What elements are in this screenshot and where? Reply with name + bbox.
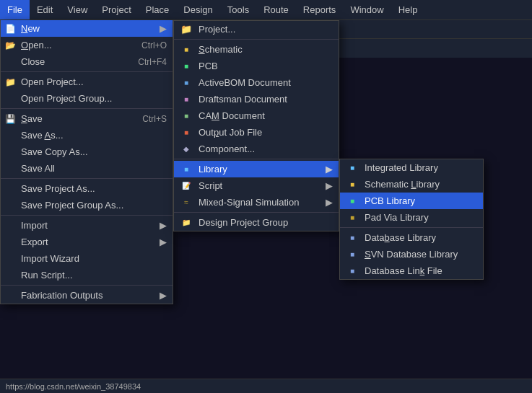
- new-sub-design-project-group[interactable]: 📁 Design Project Group: [174, 214, 339, 231]
- new-sub-mixed-signal[interactable]: ≈ Mixed-Signal Simulation ▶: [174, 194, 339, 211]
- new-submenu: 📁 Project... ■ Schematic ■ PCB ■ ActiveB…: [173, 20, 339, 231]
- menu-item-save[interactable]: 💾 Save Ctrl+S: [1, 110, 173, 127]
- pcb-lib-icon: ■: [344, 195, 360, 207]
- new-sub-output-job[interactable]: ■ Output Job File: [174, 124, 339, 141]
- draftsman-icon: ■: [178, 94, 194, 105]
- lib-svn-database[interactable]: ■ SVN Database Library: [340, 246, 483, 262]
- menu-item-close[interactable]: Close Ctrl+F4: [1, 53, 173, 70]
- component-icon: ◆: [178, 143, 194, 155]
- new-sub-project[interactable]: 📁 Project...: [174, 21, 339, 37]
- menu-view[interactable]: View: [60, 0, 95, 19]
- lib-pcb[interactable]: ■ PCB Library: [340, 193, 483, 209]
- new-sep-1: [174, 39, 339, 40]
- lib-sep: [340, 227, 483, 228]
- separator-1: [1, 71, 173, 72]
- statusbar: https://blog.csdn.net/weixin_38749834: [0, 379, 532, 393]
- menu-reports[interactable]: Reports: [296, 0, 344, 19]
- open-icon: 📂: [5, 40, 16, 50]
- library-submenu: ■ Integrated Library ■ Schematic Library…: [339, 159, 484, 280]
- separator-2: [1, 108, 173, 109]
- script-arrow: ▶: [326, 180, 333, 191]
- new-sub-cam[interactable]: ■ CAM Document: [174, 107, 339, 124]
- menu-place[interactable]: Place: [139, 0, 177, 19]
- new-sub-schematic[interactable]: ■ Schematic: [174, 41, 339, 58]
- separator-3: [1, 178, 173, 179]
- menubar: File Edit View Project Place Design Tool…: [0, 0, 532, 20]
- mixed-signal-icon: ≈: [178, 197, 194, 208]
- save-icon: 💾: [5, 114, 16, 124]
- menu-project[interactable]: Project: [95, 0, 138, 19]
- menu-item-save-as[interactable]: Save As...: [1, 127, 173, 143]
- menu-item-import[interactable]: Import ▶: [1, 217, 173, 234]
- lib-database-link[interactable]: ■ Database Link File: [340, 262, 483, 279]
- lib-pad-via[interactable]: ■ Pad Via Library: [340, 209, 483, 226]
- pad-via-icon: ■: [344, 212, 360, 224]
- lib-database[interactable]: ■ Database Library: [340, 229, 483, 246]
- new-icon: 📄: [5, 24, 16, 34]
- new-sub-activebom[interactable]: ■ ActiveBOM Document: [174, 74, 339, 91]
- output-job-icon: ■: [178, 127, 194, 138]
- mixed-arrow: ▶: [326, 197, 333, 208]
- pcb-new-icon: ■: [178, 61, 194, 72]
- new-sub-script[interactable]: 📝 Script ▶: [174, 177, 339, 194]
- menu-item-save-project-group[interactable]: Save Project Group As...: [1, 197, 173, 213]
- new-sub-draftsman[interactable]: ■ Draftsman Document: [174, 91, 339, 107]
- new-sep-3: [174, 212, 339, 213]
- lib-integrated[interactable]: ■ Integrated Library: [340, 159, 483, 176]
- open-proj-icon: 📁: [5, 77, 16, 87]
- menu-item-run-script[interactable]: Run Script...: [1, 267, 173, 283]
- separator-5: [1, 285, 173, 286]
- script-icon: 📝: [178, 180, 194, 192]
- menu-tools[interactable]: Tools: [220, 0, 256, 19]
- svn-lib-icon: ■: [344, 249, 360, 260]
- menu-window[interactable]: Window: [343, 0, 391, 19]
- cam-icon: ■: [178, 110, 194, 122]
- integrated-lib-icon: ■: [344, 162, 360, 174]
- menu-item-open-project-group[interactable]: Open Project Group...: [1, 90, 173, 107]
- project-icon: 📁: [178, 24, 194, 35]
- menu-item-save-project[interactable]: Save Project As...: [1, 180, 173, 197]
- menu-route[interactable]: Route: [256, 0, 296, 19]
- menu-item-import-wizard[interactable]: Import Wizard: [1, 250, 173, 267]
- menu-file[interactable]: File: [0, 0, 30, 19]
- library-arrow: ▶: [326, 164, 333, 175]
- file-menu: 📄 New ▶ 📂 Open... Ctrl+O Close Ctrl+F4 📁…: [0, 20, 173, 304]
- menu-item-save-copy[interactable]: Save Copy As...: [1, 143, 173, 160]
- menu-help[interactable]: Help: [391, 0, 425, 19]
- db-lib-icon: ■: [344, 232, 360, 244]
- separator-4: [1, 215, 173, 216]
- sch-new-icon: ■: [178, 44, 194, 56]
- new-sub-component[interactable]: ◆ Component...: [174, 141, 339, 157]
- new-sub-library[interactable]: ■ Library ▶: [174, 161, 339, 177]
- lib-schematic[interactable]: ■ Schematic Library: [340, 176, 483, 193]
- menu-item-fab-outputs[interactable]: Fabrication Outputs ▶: [1, 287, 173, 304]
- menu-item-new[interactable]: 📄 New ▶: [1, 20, 173, 37]
- menu-edit[interactable]: Edit: [30, 0, 60, 19]
- menu-item-open-project[interactable]: 📁 Open Project...: [1, 74, 173, 90]
- new-sep-2: [174, 159, 339, 159]
- library-icon: ■: [178, 164, 194, 175]
- menu-design[interactable]: Design: [176, 0, 219, 19]
- activebom-icon: ■: [178, 77, 194, 89]
- sch-lib-icon: ■: [344, 179, 360, 190]
- menu-item-open[interactable]: 📂 Open... Ctrl+O: [1, 37, 173, 53]
- menu-item-save-all[interactable]: Save All: [1, 160, 173, 177]
- menu-item-export[interactable]: Export ▶: [1, 234, 173, 250]
- design-proj-icon: 📁: [178, 217, 194, 229]
- db-link-icon: ■: [344, 265, 360, 277]
- new-sub-pcb[interactable]: ■ PCB: [174, 58, 339, 74]
